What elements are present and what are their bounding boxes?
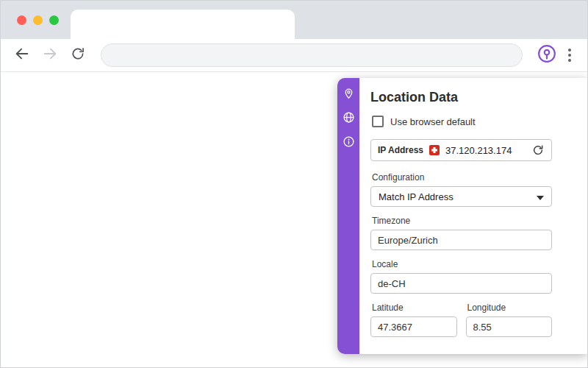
configuration-selected-value: Match IP Address	[379, 191, 453, 202]
forward-arrow-icon	[42, 46, 58, 65]
address-bar[interactable]	[101, 43, 523, 67]
reload-icon	[71, 46, 85, 64]
latitude-group: Latitude	[370, 302, 457, 337]
forward-button[interactable]	[37, 43, 62, 68]
use-browser-default-label: Use browser default	[390, 116, 476, 127]
reload-button[interactable]	[65, 43, 90, 68]
browser-toolbar	[1, 39, 587, 72]
configuration-label: Configuration	[372, 172, 552, 183]
browser-tab[interactable]	[71, 10, 295, 39]
back-arrow-icon	[14, 46, 30, 65]
close-window-button[interactable]	[17, 15, 26, 25]
ip-address-value: 37.120.213.174	[445, 145, 512, 156]
sidebar-tab-info[interactable]	[342, 136, 355, 149]
panel-title: Location Data	[370, 90, 552, 105]
latitude-input[interactable]	[370, 316, 457, 337]
location-data-panel: Location Data Use browser default IP Add…	[337, 78, 587, 354]
ip-address-label: IP Address	[378, 145, 423, 155]
locale-group: Locale	[370, 259, 552, 294]
traffic-lights	[17, 15, 59, 25]
lat-long-row: Latitude Longitude	[370, 302, 552, 346]
browser-menu-button[interactable]	[561, 44, 578, 66]
swiss-flag-icon	[429, 145, 440, 155]
configuration-select[interactable]: Match IP Address	[370, 186, 552, 207]
longitude-group: Longitude	[466, 302, 553, 337]
locale-input[interactable]	[370, 273, 552, 294]
back-button[interactable]	[10, 43, 35, 68]
location-pin-icon	[343, 87, 355, 102]
info-icon	[343, 135, 355, 151]
timezone-input[interactable]	[370, 230, 552, 250]
panel-sidebar	[337, 78, 359, 354]
latitude-label: Latitude	[372, 302, 457, 313]
configuration-group: Configuration Match IP Address	[370, 172, 552, 207]
timezone-group: Timezone	[370, 216, 552, 250]
longitude-label: Longitude	[467, 302, 553, 313]
extension-icon	[537, 44, 556, 66]
kebab-menu-icon	[568, 49, 571, 52]
longitude-input[interactable]	[466, 316, 553, 337]
use-browser-default-row[interactable]: Use browser default	[372, 116, 552, 127]
extension-button[interactable]	[536, 44, 558, 66]
titlebar	[1, 1, 587, 39]
chevron-down-icon	[537, 191, 544, 202]
refresh-ip-button[interactable]	[531, 144, 545, 157]
browser-window: { "browser": { "tab_title": "", "address…	[0, 0, 588, 368]
use-browser-default-checkbox[interactable]	[372, 116, 384, 127]
ip-address-field: IP Address 37.120.213.174	[370, 139, 552, 161]
panel-content: Location Data Use browser default IP Add…	[359, 78, 587, 354]
sidebar-tab-network[interactable]	[342, 112, 355, 125]
globe-icon	[343, 111, 355, 127]
minimize-window-button[interactable]	[33, 15, 43, 25]
zoom-window-button[interactable]	[49, 15, 59, 25]
locale-label: Locale	[372, 259, 552, 269]
timezone-label: Timezone	[372, 216, 552, 226]
sidebar-tab-location[interactable]	[342, 88, 355, 101]
